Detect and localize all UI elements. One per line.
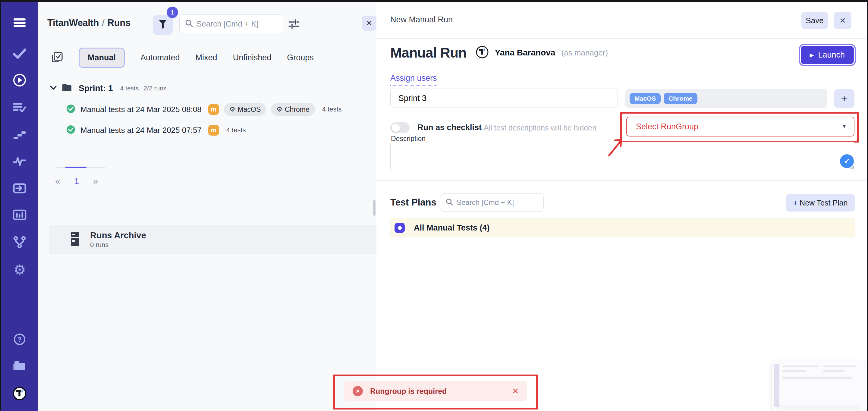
- env-tag-macos[interactable]: MacOS: [629, 93, 661, 104]
- funnel-icon: [158, 20, 167, 30]
- manual-run-badge: m: [208, 125, 219, 135]
- test-plan-label: All Manual Tests (4): [414, 223, 490, 232]
- manager-avatar[interactable]: [475, 45, 489, 60]
- pagination: « 1 »: [55, 176, 98, 186]
- run-group-row[interactable]: Sprint: 1 4 tests 2/2 runs: [50, 83, 166, 93]
- test-plans-search-input[interactable]: [457, 198, 538, 207]
- search-icon: [446, 198, 453, 207]
- runs-archive-row[interactable]: Runs Archive 0 runs: [49, 225, 376, 254]
- radio-selected-icon[interactable]: [395, 223, 405, 233]
- help-icon[interactable]: ?: [12, 332, 27, 347]
- tab-groups[interactable]: Groups: [287, 53, 314, 62]
- new-test-plan-button[interactable]: + New Test Plan: [786, 194, 855, 212]
- docs-folder-icon[interactable]: [12, 358, 27, 373]
- group-tests-count: 4 tests: [120, 85, 139, 92]
- toast-message: Rungroup is required: [370, 387, 505, 396]
- search-icon: [185, 19, 193, 28]
- run-type-tabs: Manual Automated Mixed Unfinished Groups: [50, 48, 314, 68]
- env-pill-macos[interactable]: ⚙MacOS: [224, 103, 266, 116]
- test-plan-item[interactable]: All Manual Tests (4): [390, 218, 855, 238]
- checklist-hint: All test descriptions will be hidden: [484, 124, 596, 132]
- run-title[interactable]: Manual tests at 24 Mar 2025 07:57: [81, 126, 202, 135]
- run-name-input[interactable]: [398, 94, 610, 103]
- list-check-icon[interactable]: [12, 100, 27, 115]
- menu-icon[interactable]: [12, 15, 27, 30]
- run-row[interactable]: Manual tests at 24 Mar 2025 08:08 m ⚙Mac…: [66, 103, 342, 116]
- group-runs-count: 2/2 runs: [144, 85, 166, 92]
- run-tests-count: 4 tests: [226, 126, 246, 134]
- dropdown-caret-icon: ▼: [842, 124, 846, 129]
- scrollbar-thumb[interactable]: [373, 200, 375, 216]
- group-name: Sprint: 1: [79, 84, 113, 93]
- settings-gear-icon[interactable]: ⚙: [12, 262, 27, 277]
- pagination-page-1[interactable]: 1: [74, 176, 79, 186]
- bar-chart-icon[interactable]: [12, 208, 27, 222]
- chevron-down-icon[interactable]: [50, 85, 57, 91]
- manager-name: Yana Baranova: [495, 48, 555, 58]
- import-icon[interactable]: [12, 181, 27, 195]
- run-title[interactable]: Manual tests at 24 Mar 2025 08:08: [81, 105, 202, 114]
- tab-unfinished[interactable]: Unfinished: [233, 53, 272, 62]
- success-check-icon: [66, 104, 76, 115]
- filter-count-badge: 1: [167, 7, 178, 18]
- breadcrumb-separator: /: [99, 18, 107, 28]
- test-plans-title: Test Plans: [390, 197, 436, 208]
- run-as-checklist-toggle[interactable]: [390, 122, 410, 133]
- assign-users-link[interactable]: Assign users: [390, 73, 437, 86]
- breadcrumb-current: Runs: [107, 18, 130, 28]
- toggle-knob: [392, 124, 400, 132]
- branch-icon[interactable]: [12, 235, 27, 249]
- run-row[interactable]: Manual tests at 24 Mar 2025 07:57 m 4 te…: [66, 125, 246, 135]
- manual-run-badge: m: [208, 104, 219, 115]
- section-divider: [376, 180, 867, 181]
- breadcrumb-project[interactable]: TitanWealth: [47, 18, 99, 28]
- run-tests-count: 4 tests: [322, 105, 342, 113]
- archive-icon: [68, 231, 82, 248]
- runs-search[interactable]: [179, 14, 283, 33]
- error-icon: ✕: [352, 386, 363, 396]
- gear-icon: ⚙: [276, 105, 282, 113]
- play-icon: ▶: [810, 52, 814, 59]
- filter-button[interactable]: [153, 15, 173, 35]
- save-button[interactable]: Save: [801, 12, 828, 29]
- advanced-filters-button[interactable]: [287, 18, 301, 31]
- play-circle-icon[interactable]: [12, 73, 27, 87]
- runs-search-input[interactable]: [196, 19, 277, 29]
- toast-close-icon[interactable]: ✕: [512, 387, 519, 396]
- tab-manual[interactable]: Manual: [79, 48, 125, 68]
- archive-count: 0 runs: [90, 241, 146, 249]
- test-plans-search[interactable]: [440, 193, 544, 212]
- close-button[interactable]: ✕: [834, 12, 851, 29]
- archive-title: Runs Archive: [90, 230, 146, 241]
- rungroup-select[interactable]: Select RunGroup ▼: [626, 117, 855, 136]
- pagination-prev[interactable]: «: [55, 176, 60, 186]
- manager-note: (as manager): [561, 48, 608, 58]
- run-header: Manual Run Yana Baranova (as manager): [390, 43, 608, 63]
- app-window: ⚙ ? TitanWealth/Runs 1: [1, 2, 867, 411]
- close-panel-button[interactable]: ✕: [362, 16, 376, 31]
- tab-mixed[interactable]: Mixed: [195, 53, 217, 62]
- close-icon: ✕: [366, 19, 372, 27]
- error-toast: ✕ Rungroup is required ✕: [344, 381, 527, 401]
- annotation-arrow-icon: [602, 134, 632, 161]
- pagination-next[interactable]: »: [93, 176, 98, 186]
- add-environment-button[interactable]: +: [834, 89, 855, 108]
- tab-automated[interactable]: Automated: [141, 53, 180, 62]
- app-logo[interactable]: [12, 386, 27, 401]
- gear-icon: ⚙: [229, 105, 236, 113]
- rungroup-placeholder: Select RunGroup: [636, 122, 842, 131]
- folder-icon: [62, 83, 72, 93]
- run-heading: Manual Run: [390, 44, 467, 61]
- launch-button[interactable]: ▶ Launch: [801, 46, 854, 64]
- resize-grip-icon[interactable]: [849, 164, 855, 170]
- select-runs-icon[interactable]: [50, 51, 63, 65]
- screenshot-preview-thumbnail[interactable]: [771, 361, 867, 411]
- activity-icon[interactable]: [12, 154, 27, 168]
- steps-icon[interactable]: [12, 127, 27, 141]
- environments-box: MacOS Chrome: [625, 89, 827, 108]
- success-check-icon: [66, 125, 76, 135]
- run-name-field: [390, 89, 618, 108]
- env-tag-chrome[interactable]: Chrome: [664, 93, 697, 104]
- check-icon[interactable]: [12, 46, 27, 61]
- env-pill-chrome[interactable]: ⚙Chrome: [271, 103, 315, 116]
